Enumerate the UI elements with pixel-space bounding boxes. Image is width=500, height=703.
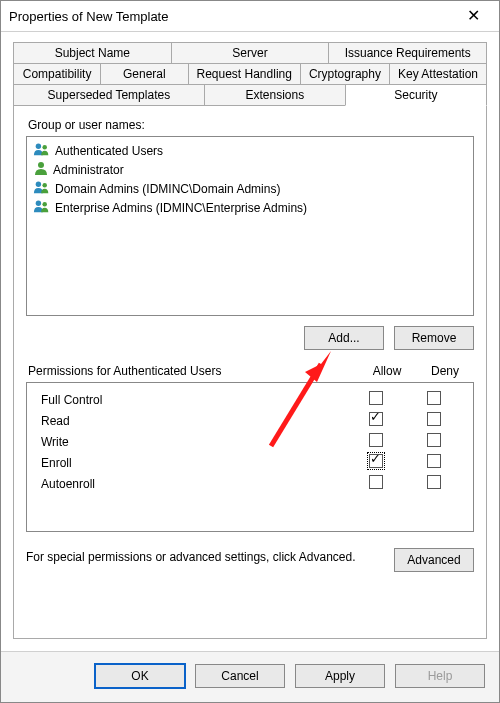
allow-checkbox[interactable]	[369, 412, 383, 426]
principal-item[interactable]: Domain Admins (IDMINC\Domain Admins)	[33, 179, 467, 198]
deny-checkbox[interactable]	[427, 475, 441, 489]
tab-body-security: Group or user names: Authenticated Users…	[13, 105, 487, 639]
tab-security[interactable]: Security	[345, 84, 487, 106]
dialog-window: Properties of New Template ✕ Subject Nam…	[0, 0, 500, 703]
allow-checkbox[interactable]	[369, 433, 383, 447]
add-button[interactable]: Add...	[304, 326, 384, 350]
deny-header: Deny	[416, 364, 474, 378]
permission-row: Autoenroll	[37, 473, 463, 494]
principals-listbox[interactable]: Authenticated Users Administrator Domain…	[26, 136, 474, 316]
remove-button[interactable]: Remove	[394, 326, 474, 350]
special-permissions-row: For special permissions or advanced sett…	[26, 548, 474, 572]
tab-compatibility[interactable]: Compatibility	[13, 63, 101, 84]
permission-row: Enroll	[37, 452, 463, 473]
permission-name: Autoenroll	[37, 477, 347, 491]
permissions-listbox: Full ControlReadWriteEnrollAutoenroll	[26, 382, 474, 532]
tab-issuance-requirements[interactable]: Issuance Requirements	[328, 42, 487, 63]
tab-key-attestation[interactable]: Key Attestation	[389, 63, 487, 84]
group-icon	[33, 199, 51, 216]
permission-name: Write	[37, 435, 347, 449]
tab-extensions[interactable]: Extensions	[204, 84, 346, 106]
permission-row: Write	[37, 431, 463, 452]
svg-point-4	[42, 183, 47, 188]
tab-superseded-templates[interactable]: Superseded Templates	[13, 84, 205, 106]
ok-button[interactable]: OK	[95, 664, 185, 688]
apply-button[interactable]: Apply	[295, 664, 385, 688]
svg-point-2	[38, 162, 44, 168]
close-icon[interactable]: ✕	[453, 1, 493, 31]
tab-cryptography[interactable]: Cryptography	[300, 63, 390, 84]
cancel-button[interactable]: Cancel	[195, 664, 285, 688]
help-button[interactable]: Help	[395, 664, 485, 688]
principal-item[interactable]: Enterprise Admins (IDMINC\Enterprise Adm…	[33, 198, 467, 217]
svg-point-1	[42, 145, 47, 150]
tab-request-handling[interactable]: Request Handling	[188, 63, 301, 84]
principal-name: Domain Admins (IDMINC\Domain Admins)	[55, 182, 280, 196]
tab-server[interactable]: Server	[171, 42, 330, 63]
svg-point-6	[42, 202, 47, 207]
principal-name: Enterprise Admins (IDMINC\Enterprise Adm…	[55, 201, 307, 215]
titlebar: Properties of New Template ✕	[1, 1, 499, 32]
add-remove-row: Add... Remove	[26, 326, 474, 350]
advanced-button[interactable]: Advanced	[394, 548, 474, 572]
tab-row-2: Compatibility General Request Handling C…	[13, 63, 487, 84]
window-title: Properties of New Template	[9, 9, 453, 24]
group-icon	[33, 180, 51, 197]
tab-container: Subject Name Server Issuance Requirement…	[13, 42, 487, 106]
tab-general[interactable]: General	[100, 63, 188, 84]
principal-item[interactable]: Authenticated Users	[33, 141, 467, 160]
dialog-content: Subject Name Server Issuance Requirement…	[1, 32, 499, 651]
allow-checkbox[interactable]	[369, 475, 383, 489]
tab-row-1: Subject Name Server Issuance Requirement…	[13, 42, 487, 63]
principal-name: Authenticated Users	[55, 144, 163, 158]
tab-subject-name[interactable]: Subject Name	[13, 42, 172, 63]
group-names-label: Group or user names:	[28, 118, 474, 132]
dialog-button-bar: OK Cancel Apply Help	[1, 651, 499, 702]
permissions-header: Permissions for Authenticated Users Allo…	[28, 364, 474, 378]
permission-row: Read	[37, 410, 463, 431]
permission-row: Full Control	[37, 389, 463, 410]
special-permissions-text: For special permissions or advanced sett…	[26, 548, 382, 564]
deny-checkbox[interactable]	[427, 433, 441, 447]
permission-name: Enroll	[37, 456, 347, 470]
tab-row-3: Superseded Templates Extensions Security	[13, 84, 487, 106]
allow-checkbox[interactable]	[369, 454, 383, 468]
allow-checkbox[interactable]	[369, 391, 383, 405]
allow-header: Allow	[358, 364, 416, 378]
svg-point-0	[36, 144, 41, 149]
group-icon	[33, 142, 51, 159]
principal-name: Administrator	[53, 163, 124, 177]
permission-name: Full Control	[37, 393, 347, 407]
deny-checkbox[interactable]	[427, 454, 441, 468]
user-icon	[33, 161, 49, 178]
svg-point-5	[36, 201, 41, 206]
deny-checkbox[interactable]	[427, 412, 441, 426]
principal-item[interactable]: Administrator	[33, 160, 467, 179]
permissions-title: Permissions for Authenticated Users	[28, 364, 221, 378]
svg-point-3	[36, 182, 41, 187]
deny-checkbox[interactable]	[427, 391, 441, 405]
permission-name: Read	[37, 414, 347, 428]
